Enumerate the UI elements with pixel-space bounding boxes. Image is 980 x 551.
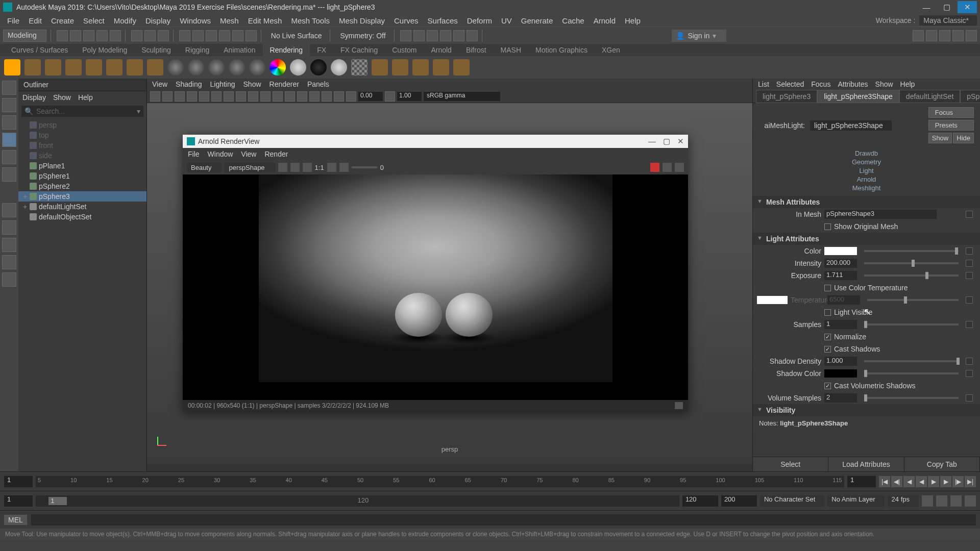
range-track[interactable]: 1 120 bbox=[36, 495, 679, 507]
vp-near-field[interactable]: 0.00 bbox=[358, 92, 383, 101]
vp-grid-icon[interactable] bbox=[187, 91, 197, 102]
material-phong-icon[interactable] bbox=[208, 59, 225, 76]
shelf-tab-animation[interactable]: Animation bbox=[216, 44, 262, 56]
menu-mesh-tools[interactable]: Mesh Tools bbox=[287, 15, 334, 26]
outliner-menu-display[interactable]: Display bbox=[22, 93, 46, 102]
vp-xray-icon[interactable] bbox=[334, 91, 344, 102]
rv-menu-view[interactable]: View bbox=[241, 150, 256, 158]
prefs-icon[interactable] bbox=[936, 495, 947, 507]
menu-edit[interactable]: Edit bbox=[24, 15, 46, 26]
outliner-item-psphere1[interactable]: pSphere1 bbox=[18, 171, 146, 181]
paint-select-icon[interactable] bbox=[158, 30, 169, 41]
shadow-density-slider[interactable] bbox=[864, 360, 959, 362]
material-black-icon[interactable] bbox=[310, 59, 327, 76]
snap-curve-icon[interactable] bbox=[192, 30, 204, 41]
shelf-tab-rendering[interactable]: Rendering bbox=[263, 44, 310, 56]
command-input[interactable] bbox=[31, 514, 976, 525]
outliner-item-psphere3[interactable]: +pSphere3 bbox=[18, 191, 146, 202]
outliner-item-persp[interactable]: persp bbox=[18, 120, 146, 130]
ae-menu-selected[interactable]: Selected bbox=[776, 80, 804, 88]
rv-aov-dropdown[interactable]: Beauty bbox=[187, 163, 222, 172]
undo-icon[interactable] bbox=[96, 30, 108, 41]
shelf-tab-curves[interactable]: Curves / Surfaces bbox=[4, 44, 75, 56]
shelf-tab-mash[interactable]: MASH bbox=[494, 44, 528, 56]
volume-samples-field[interactable]: 2 bbox=[824, 393, 857, 403]
in-mesh-field[interactable]: pSphereShape3 bbox=[824, 210, 937, 219]
menu-create[interactable]: Create bbox=[47, 15, 78, 26]
sound-icon[interactable] bbox=[965, 495, 976, 507]
lasso-tool-icon[interactable] bbox=[2, 98, 16, 112]
material-rainbow-icon[interactable] bbox=[270, 59, 286, 76]
intensity-map-button[interactable] bbox=[966, 260, 973, 267]
menu-curves[interactable]: Curves bbox=[390, 15, 423, 26]
step-back-icon[interactable]: ◀ bbox=[903, 476, 915, 487]
intensity-slider[interactable] bbox=[864, 262, 959, 264]
layout-icon-3[interactable] bbox=[939, 30, 950, 41]
color-map-button[interactable] bbox=[966, 247, 973, 255]
live-surface-dropdown[interactable]: No Live Surface bbox=[267, 32, 326, 40]
close-button[interactable]: ✕ bbox=[958, 1, 977, 13]
ae-focus-button[interactable]: Focus bbox=[928, 107, 974, 118]
ae-load-attributes-button[interactable]: Load Attributes bbox=[828, 457, 904, 471]
tex-3d-icon[interactable] bbox=[372, 59, 388, 76]
shelf-tab-fx[interactable]: FX bbox=[310, 44, 333, 56]
ae-menu-show[interactable]: Show bbox=[875, 80, 893, 88]
vp-ao-icon[interactable] bbox=[297, 91, 307, 102]
tex-file-icon[interactable] bbox=[392, 59, 408, 76]
anim-layer-dropdown[interactable]: No Anim Layer bbox=[827, 495, 884, 507]
move-tool-icon[interactable] bbox=[2, 133, 16, 147]
material-ramp-icon[interactable] bbox=[249, 59, 265, 76]
menu-edit-mesh[interactable]: Edit Mesh bbox=[244, 15, 286, 26]
ae-link-geometry[interactable]: Geometry bbox=[852, 158, 881, 166]
ae-copy-tab-button[interactable]: Copy Tab bbox=[904, 457, 980, 471]
minimize-button[interactable]: — bbox=[917, 1, 936, 13]
ae-menu-focus[interactable]: Focus bbox=[811, 80, 830, 88]
loop-icon[interactable] bbox=[950, 495, 962, 507]
shadow-color-map-button[interactable] bbox=[966, 370, 973, 377]
spot-light-icon[interactable] bbox=[65, 59, 82, 76]
menu-windows[interactable]: Windows bbox=[176, 15, 215, 26]
rv-refresh-icon[interactable] bbox=[303, 163, 312, 172]
current-frame-field[interactable]: 1 bbox=[847, 476, 876, 487]
rv-crop-icon[interactable] bbox=[290, 163, 300, 172]
rv-crosshair-icon[interactable] bbox=[278, 163, 287, 172]
menu-arnold[interactable]: Arnold bbox=[590, 15, 620, 26]
area-light-icon[interactable] bbox=[86, 59, 102, 76]
rv-stop-button[interactable] bbox=[650, 163, 659, 172]
menu-surfaces[interactable]: Surfaces bbox=[424, 15, 462, 26]
vp-use-lights-icon[interactable] bbox=[273, 91, 283, 102]
vp-shadows-icon[interactable] bbox=[285, 91, 295, 102]
go-start-icon[interactable]: |◀ bbox=[879, 476, 890, 487]
ae-hide-button[interactable]: Hide bbox=[953, 133, 974, 143]
section-light-attributes[interactable]: Light Attributes bbox=[753, 233, 980, 245]
exposure-field[interactable]: 1.711 bbox=[824, 271, 857, 280]
menu-help[interactable]: Help bbox=[621, 15, 645, 26]
exposure-slider[interactable] bbox=[864, 274, 959, 277]
go-end-icon[interactable]: ▶| bbox=[965, 476, 976, 487]
menu-select[interactable]: Select bbox=[79, 15, 109, 26]
tex-ramp-icon[interactable] bbox=[412, 59, 429, 76]
vp-menu-lighting[interactable]: Lighting bbox=[210, 80, 235, 88]
menu-modify[interactable]: Modify bbox=[110, 15, 140, 26]
workspace-dropdown[interactable]: Maya Classic* bbox=[919, 15, 977, 26]
ae-show-button[interactable]: Show bbox=[928, 133, 952, 143]
vp-menu-renderer[interactable]: Renderer bbox=[270, 80, 299, 88]
rv-exposure-icon[interactable] bbox=[339, 163, 349, 172]
render-shelf-icon[interactable] bbox=[127, 59, 143, 76]
menu-deform[interactable]: Deform bbox=[463, 15, 496, 26]
ambient-light-icon[interactable] bbox=[4, 59, 20, 76]
rv-exposure-slider[interactable] bbox=[352, 166, 377, 168]
shelf-tab-motion[interactable]: Motion Graphics bbox=[528, 44, 595, 56]
intensity-field[interactable]: 200.000 bbox=[824, 259, 857, 268]
batch-render-icon[interactable] bbox=[433, 59, 449, 76]
vp-far-field[interactable]: 1.00 bbox=[397, 92, 422, 101]
ipr-icon[interactable] bbox=[413, 30, 425, 41]
section-mesh-attributes[interactable]: Mesh Attributes bbox=[753, 196, 980, 208]
vp-menu-shading[interactable]: Shading bbox=[176, 80, 202, 88]
renderview-close-button[interactable]: ✕ bbox=[677, 137, 684, 146]
material-lambert-icon[interactable] bbox=[188, 59, 204, 76]
ae-menu-list[interactable]: List bbox=[758, 80, 769, 88]
samples-field[interactable]: 1 bbox=[824, 320, 857, 329]
vp-select-cam-icon[interactable] bbox=[150, 91, 160, 102]
rv-menu-window[interactable]: Window bbox=[208, 150, 233, 158]
